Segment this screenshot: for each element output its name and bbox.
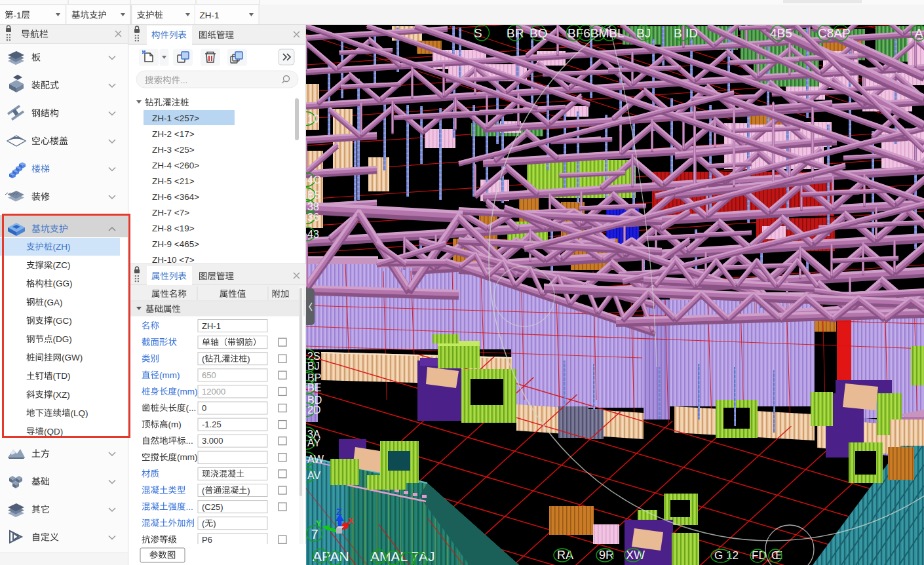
svg-text:3.000: 3.000 — [202, 436, 223, 446]
svg-text:4B5: 4B5 — [770, 26, 792, 40]
svg-text:(: ( — [202, 518, 205, 528]
svg-text:(LQ): (LQ) — [71, 408, 88, 418]
svg-text:B ID: B ID — [674, 26, 698, 40]
svg-text:BR: BR — [507, 26, 524, 40]
svg-text:C8AP: C8AP — [818, 26, 851, 40]
svg-text:AN: AN — [915, 26, 924, 40]
svg-text:(QD): (QD) — [44, 427, 63, 437]
svg-text:(mm): (mm) — [159, 370, 180, 380]
svg-text:650: 650 — [202, 370, 216, 380]
svg-text:(: ( — [202, 354, 205, 364]
svg-text:(m): (m) — [168, 419, 182, 429]
svg-text:): ) — [247, 354, 250, 364]
svg-text:BQ: BQ — [529, 26, 547, 40]
svg-text:ZH-1: ZH-1 — [200, 10, 220, 20]
svg-text:AY: AY — [307, 437, 320, 448]
svg-text:(TD): (TD) — [53, 371, 71, 381]
svg-text:(GA): (GA) — [44, 298, 63, 307]
svg-text:ZH-10 <7>: ZH-10 <7> — [152, 255, 195, 265]
svg-text:(ZH): (ZH) — [53, 242, 71, 252]
svg-text:G 12: G 12 — [714, 549, 739, 562]
svg-text:(GC): (GC) — [53, 316, 72, 326]
svg-text:BJ: BJ — [307, 360, 320, 372]
svg-text:(...: (... — [186, 403, 197, 413]
svg-text:7: 7 — [311, 527, 318, 541]
svg-text:(GG): (GG) — [53, 279, 73, 288]
svg-text:9R: 9R — [599, 549, 614, 562]
svg-text:X: X — [348, 516, 354, 526]
svg-text:...: ... — [186, 502, 193, 512]
svg-text:ZH-8 <19>: ZH-8 <19> — [152, 224, 195, 233]
svg-text:ZH-5 <21>: ZH-5 <21> — [152, 176, 195, 186]
svg-text:ZH-6 <364>: ZH-6 <364> — [152, 192, 199, 202]
svg-text:(ZC): (ZC) — [53, 260, 71, 270]
svg-text:43: 43 — [307, 229, 319, 240]
svg-text:FD: FD — [752, 549, 767, 562]
svg-text:ZH-1: ZH-1 — [202, 321, 221, 331]
svg-text:AMAL 7AJ: AMAL 7AJ — [370, 549, 434, 564]
svg-text:S: S — [474, 26, 482, 40]
svg-text:B5: B5 — [307, 189, 320, 201]
svg-text:4C: 4C — [307, 174, 320, 185]
svg-text:Z: Z — [336, 507, 342, 517]
svg-text:BF6BMBL: BF6BMBL — [568, 26, 625, 40]
svg-text:-1.25: -1.25 — [202, 419, 221, 429]
svg-text:12000: 12000 — [202, 387, 225, 397]
svg-text:...: ... — [180, 75, 187, 85]
svg-text:(mm): (mm) — [177, 452, 197, 462]
svg-text:AW: AW — [307, 454, 324, 465]
svg-text:APAN: APAN — [313, 549, 349, 564]
svg-text:10: 10 — [307, 113, 319, 125]
svg-text:(GW): (GW) — [62, 353, 83, 362]
svg-text:ZH-1 <257>: ZH-1 <257> — [152, 113, 199, 123]
svg-text:(XZ): (XZ) — [53, 390, 70, 400]
svg-text:ZH-7 <7>: ZH-7 <7> — [152, 208, 189, 218]
svg-text:): ) — [213, 518, 216, 528]
svg-text:-1: -1 — [14, 10, 22, 20]
svg-text:2D: 2D — [307, 404, 320, 416]
svg-text:ZH-2 <17>: ZH-2 <17> — [152, 129, 195, 139]
svg-text:BJ: BJ — [636, 26, 651, 40]
svg-text:0: 0 — [202, 403, 206, 413]
svg-text:AV: AV — [307, 470, 320, 481]
svg-text:36: 36 — [307, 212, 319, 223]
svg-text:(: ( — [202, 486, 205, 496]
svg-text:ZH-9 <465>: ZH-9 <465> — [152, 239, 199, 249]
svg-text:BE: BE — [307, 382, 321, 393]
svg-text:ZH-3 <25>: ZH-3 <25> — [152, 145, 195, 155]
svg-text:(DG): (DG) — [53, 334, 72, 344]
svg-text:): ) — [247, 486, 250, 496]
svg-text:P6: P6 — [202, 535, 212, 545]
svg-text:(mm): (mm) — [177, 387, 197, 397]
svg-text:...: ... — [186, 436, 193, 446]
svg-text:ZH-4 <260>: ZH-4 <260> — [152, 161, 199, 170]
svg-text:(C25): (C25) — [202, 502, 223, 512]
